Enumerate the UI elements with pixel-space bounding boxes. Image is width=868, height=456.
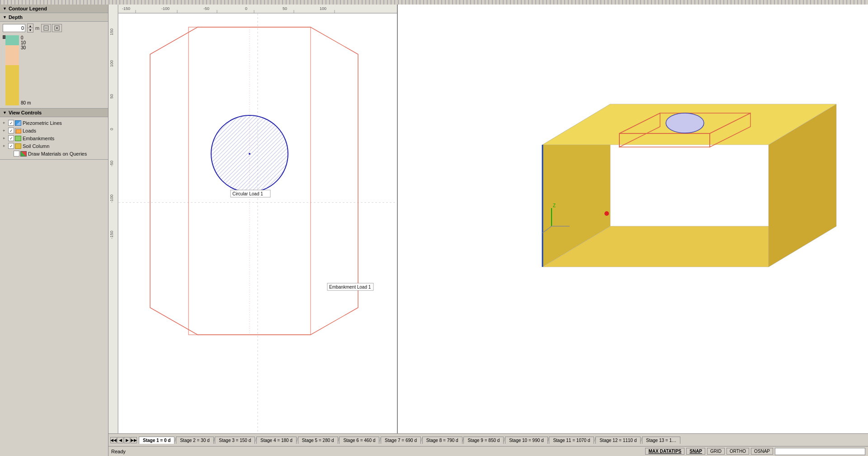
svg-text:100: 100 — [320, 6, 326, 11]
view-controls-section: ▼ View Controls + Piezometric Lines + — [0, 109, 108, 160]
soil-column-label: Soil Column — [23, 143, 49, 149]
piezometric-icon — [15, 120, 21, 126]
osnap-btn[interactable]: OSNAP — [751, 448, 773, 455]
stage-prev-btn[interactable]: ◀ — [117, 437, 123, 443]
draw-materials-checkbox[interactable] — [14, 151, 19, 157]
tree-item-embankments[interactable]: + Embankments — [1, 134, 107, 142]
stage-nav-btns: ◀◀ ◀ ▶ ▶▶ — [108, 437, 139, 443]
snap-btn[interactable]: SNAP — [686, 448, 705, 455]
stage-tab-10[interactable]: Stage 10 = 990 d — [505, 437, 547, 444]
color-bar-mid — [5, 45, 19, 65]
loads-label: Loads — [23, 128, 36, 133]
embankments-icon — [15, 136, 21, 141]
contour-legend-header[interactable]: ▼ Contour Legend — [0, 5, 108, 13]
soil-column-checkbox[interactable] — [8, 143, 14, 149]
command-input[interactable] — [775, 448, 865, 455]
stage-first-btn[interactable]: ◀◀ — [110, 437, 117, 443]
svg-text:100: 100 — [109, 60, 114, 67]
loads-expand[interactable]: + — [3, 128, 8, 133]
contour-legend-section: ▼ Contour Legend ▼ Depth ▲ ▼ — [0, 5, 108, 109]
svg-text:Embankment Load 1: Embankment Load 1 — [329, 285, 371, 290]
embankments-expand[interactable]: + — [3, 136, 8, 141]
stage-tab-13[interactable]: Stage 13 = 1… — [642, 437, 680, 444]
status-text: Ready — [111, 449, 645, 454]
svg-text:50: 50 — [283, 6, 287, 11]
grid-btn[interactable]: GRID — [707, 448, 725, 455]
sidebar: ▼ Contour Legend ▼ Depth ▲ ▼ — [0, 5, 108, 456]
stage-tabs-bar: ◀◀ ◀ ▶ ▶▶ Stage 1 = 0 d / Stage 2 = 30 d… — [108, 433, 868, 446]
svg-text:-150: -150 — [109, 231, 114, 239]
svg-text:-50: -50 — [109, 161, 114, 166]
view-controls-content: + Piezometric Lines + Loads + — [0, 117, 108, 159]
depth-buttons — [41, 24, 62, 32]
depth-input[interactable] — [3, 24, 25, 32]
stage-tab-6[interactable]: Stage 6 = 460 d — [339, 437, 379, 444]
view-controls-header[interactable]: ▼ View Controls — [0, 109, 108, 117]
stage-tab-12[interactable]: Stage 12 = 1110 d — [595, 437, 641, 444]
stage-tab-2[interactable]: Stage 2 = 30 d — [176, 437, 213, 444]
svg-point-3 — [56, 27, 58, 29]
stage-tab-7[interactable]: Stage 7 = 690 d — [381, 437, 421, 444]
tree-item-piezometric[interactable]: + Piezometric Lines — [1, 119, 107, 127]
depth-header[interactable]: ▼ Depth — [0, 13, 108, 22]
soil-column-icon — [15, 143, 21, 149]
ruler-v: 150 100 50 0 -50 -100 -150 — [108, 5, 118, 433]
stage-tab-4[interactable]: Stage 4 = 180 d — [256, 437, 297, 444]
stage-tab-3[interactable]: Stage 3 = 150 d — [215, 437, 255, 444]
legend-labels: 0 10 30 80 m — [19, 35, 31, 105]
color-bar-bot — [5, 65, 19, 105]
view-2d: -150 -100 -50 0 50 100 — [108, 5, 398, 433]
view-3d: Front Right Top — [398, 5, 868, 433]
embankments-checkbox[interactable] — [8, 135, 14, 141]
color-bar-top — [5, 35, 19, 45]
piezometric-checkbox[interactable] — [8, 120, 14, 126]
svg-text:-100: -100 — [161, 6, 170, 11]
legend-slider — [3, 35, 5, 105]
depth-unit: m — [35, 25, 39, 31]
stage-tab-5[interactable]: Stage 5 = 280 d — [298, 437, 338, 444]
stage-next-btn[interactable]: ▶ — [124, 437, 130, 443]
tree-item-soil-column[interactable]: + Soil Column — [1, 142, 107, 150]
view-controls-label: View Controls — [9, 110, 42, 115]
view-controls-arrow: ▼ — [3, 110, 7, 115]
top-toolbar — [0, 0, 868, 5]
depth-up-btn[interactable]: ▲ — [28, 24, 33, 28]
piezometric-expand[interactable]: + — [3, 121, 8, 125]
svg-point-55 — [666, 113, 704, 133]
canvas-2d[interactable]: Circular Load 1 Embankment Load 1 — [118, 14, 397, 433]
stage-tab-11[interactable]: Stage 11 = 1070 d — [549, 437, 594, 444]
legend-val-0: 0 — [21, 35, 31, 40]
depth-content: ▲ ▼ m — [0, 22, 108, 108]
legend-slider-track[interactable] — [3, 35, 5, 105]
status-bar: Ready MAX DATATIPS SNAP GRID ORTHO OSNAP — [108, 446, 868, 456]
stage-tab-8[interactable]: Stage 8 = 790 d — [422, 437, 462, 444]
depth-btn-2[interactable] — [52, 24, 62, 32]
ruler-v-svg: 150 100 50 0 -50 -100 -150 — [108, 5, 118, 433]
depth-btn-1[interactable] — [41, 24, 51, 32]
svg-text:-100: -100 — [109, 195, 114, 203]
ruler-h: -150 -100 -50 0 50 100 — [118, 5, 397, 14]
stage-tab-9[interactable]: Stage 9 = 850 d — [463, 437, 504, 444]
main-area: ▼ Contour Legend ▼ Depth ▲ ▼ — [0, 5, 868, 456]
views-split: -150 -100 -50 0 50 100 — [108, 5, 868, 433]
depth-section: ▼ Depth ▲ ▼ m — [0, 13, 108, 108]
stage-tab-1[interactable]: Stage 1 = 0 d — [139, 437, 175, 444]
svg-point-50 — [604, 211, 609, 216]
ortho-btn[interactable]: ORTHO — [726, 448, 749, 455]
loads-checkbox[interactable] — [8, 128, 14, 133]
depth-down-btn[interactable]: ▼ — [28, 28, 33, 32]
soil-column-expand[interactable]: + — [3, 144, 8, 148]
stage-last-btn[interactable]: ▶▶ — [131, 437, 137, 443]
legend-slider-handle[interactable] — [3, 35, 5, 39]
tree-item-loads[interactable]: + Loads — [1, 127, 107, 134]
svg-text:-50: -50 — [203, 6, 209, 11]
embankments-label: Embankments — [23, 136, 54, 141]
contour-legend-arrow: ▼ — [3, 6, 7, 11]
2d-svg: Circular Load 1 Embankment Load 1 — [118, 14, 397, 433]
svg-point-33 — [249, 153, 250, 155]
stage-tabs: Stage 1 = 0 d / Stage 2 = 30 d / Stage 3… — [139, 437, 680, 444]
legend-val-80: 80 m — [21, 100, 31, 105]
piezometric-label: Piezometric Lines — [23, 120, 62, 126]
tree-item-draw-materials[interactable]: Draw Materials on Queries — [1, 150, 107, 157]
max-datatips-btn[interactable]: MAX DATATIPS — [645, 448, 684, 455]
